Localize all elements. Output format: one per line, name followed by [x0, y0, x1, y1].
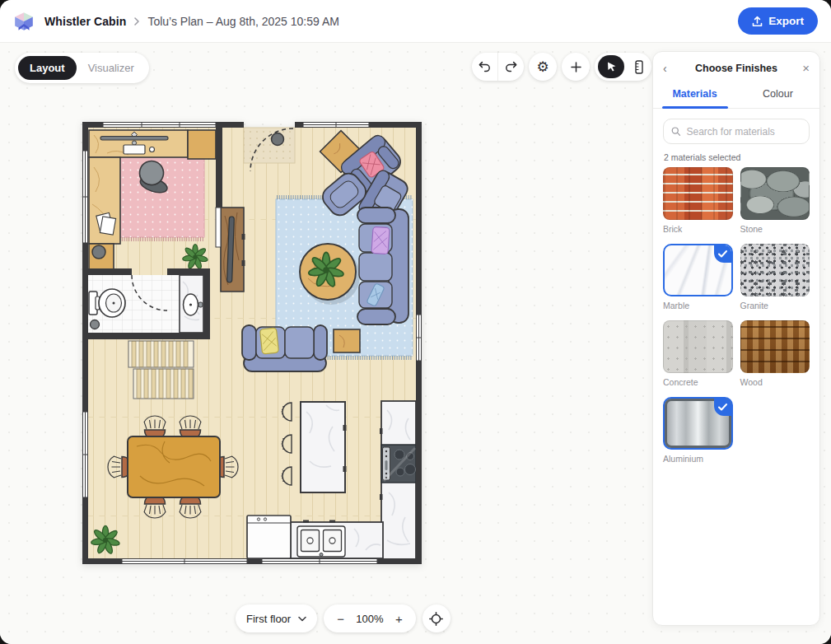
app-window: Whistler Cabin Tolu’s Plan – Aug 8th, 20… [0, 0, 831, 644]
material-label: Granite [740, 301, 810, 310]
redo-button[interactable] [498, 53, 524, 81]
tv-console[interactable] [221, 208, 245, 292]
material-label: Marble [663, 301, 733, 310]
toolbar: ⚙ [472, 53, 651, 81]
zoom-level: 100% [354, 613, 385, 625]
entry-pouf[interactable] [272, 133, 284, 146]
material-swatch [663, 244, 733, 296]
gear-icon: ⚙ [536, 60, 549, 74]
zoom-in-button[interactable]: + [393, 612, 405, 626]
material-swatch [740, 167, 810, 220]
panel-title: Choose Finishes [675, 63, 798, 74]
cooktop[interactable] [381, 445, 416, 483]
history-tools [472, 53, 524, 81]
selected-count: 2 materials selected [664, 152, 809, 162]
breadcrumb-document: Tolu’s Plan – Aug 8th, 2025 10:59 AM [147, 15, 338, 28]
side-table[interactable] [334, 329, 360, 352]
tab-colour[interactable]: Colour [736, 82, 819, 108]
pocket-door [216, 208, 221, 247]
material-marble[interactable]: Marble [663, 244, 733, 310]
material-swatch [663, 320, 733, 373]
kitchen-counter-bottom[interactable] [247, 516, 383, 558]
kitchen-sink[interactable] [297, 526, 345, 557]
material-brick[interactable]: Brick [663, 167, 733, 234]
bottom-bar: First floor − 100% + [236, 604, 451, 632]
settings-button[interactable]: ⚙ [529, 53, 557, 81]
material-wood[interactable]: Wood [740, 320, 810, 387]
recenter-button[interactable] [423, 604, 451, 632]
zoom-out-button[interactable]: − [334, 612, 347, 626]
locate-icon [429, 612, 443, 626]
office-pouf[interactable] [92, 245, 105, 259]
back-chevron-icon[interactable]: ‹ [663, 62, 675, 75]
undo-icon [478, 60, 492, 73]
material-label: Stone [740, 224, 810, 234]
export-button[interactable]: Export [738, 7, 818, 35]
staircase[interactable] [128, 341, 194, 399]
export-upload-icon [752, 16, 763, 27]
material-swatch [663, 397, 733, 450]
breadcrumb-chevron-icon [133, 17, 140, 26]
app-logo-icon[interactable] [13, 12, 35, 31]
floor-selector[interactable]: First floor [236, 604, 317, 632]
mode-toggle: Layout Visualizer [15, 53, 149, 83]
tab-visualizer[interactable]: Visualizer [77, 56, 146, 80]
search-input[interactable] [686, 126, 801, 138]
material-label: Concrete [663, 377, 733, 387]
add-button[interactable] [562, 53, 590, 81]
search-icon [671, 126, 680, 137]
kitchen-island[interactable] [282, 402, 347, 492]
select-tool-button[interactable] [598, 55, 624, 78]
material-label: Wood [740, 377, 810, 387]
material-concrete[interactable]: Concrete [663, 320, 733, 387]
cursor-icon [606, 61, 617, 72]
chevron-down-icon [298, 616, 306, 622]
bathroom-bin[interactable] [91, 320, 100, 329]
panel-tabs: Materials Colour [653, 82, 819, 109]
measure-tool-button[interactable] [626, 53, 651, 81]
sofa[interactable] [357, 208, 408, 324]
tab-materials[interactable]: Materials [653, 82, 736, 108]
bathroom-vanity[interactable] [180, 275, 203, 333]
bathroom [88, 275, 203, 333]
material-swatch [663, 167, 733, 220]
selected-check-icon [714, 245, 731, 263]
material-swatch [740, 320, 810, 373]
active-tab-underline [662, 106, 728, 109]
material-stone[interactable]: Stone [740, 167, 810, 234]
breadcrumb-project[interactable]: Whistler Cabin [44, 15, 126, 28]
loveseat[interactable] [242, 325, 327, 371]
toilet[interactable] [89, 289, 125, 317]
canvas[interactable]: Layout Visualizer [0, 43, 831, 644]
top-bar: Whistler Cabin Tolu’s Plan – Aug 8th, 20… [0, 0, 831, 43]
pointer-tools [595, 53, 651, 81]
material-label: Aluminium [663, 454, 733, 464]
kitchen-counter-right[interactable] [380, 401, 416, 562]
materials-grid: Brick Stone Marble Granite [663, 167, 810, 464]
selected-check-icon [714, 399, 731, 416]
ruler-icon [634, 60, 644, 74]
finishes-panel: ‹ Choose Finishes × Materials Colour 2 m… [652, 51, 820, 626]
tab-layout[interactable]: Layout [18, 56, 77, 80]
material-swatch [740, 244, 810, 296]
floor-plan[interactable] [82, 122, 422, 564]
close-icon[interactable]: × [798, 61, 810, 75]
material-label: Brick [663, 224, 733, 234]
material-granite[interactable]: Granite [740, 244, 810, 310]
undo-button[interactable] [472, 53, 497, 81]
zoom-control: − 100% + [324, 604, 416, 632]
material-aluminium[interactable]: Aluminium [663, 397, 733, 464]
redo-icon [504, 60, 518, 73]
panel-header: ‹ Choose Finishes × [653, 52, 819, 82]
material-search[interactable] [663, 119, 810, 144]
plus-icon [571, 62, 581, 72]
dishwasher[interactable] [247, 516, 291, 558]
